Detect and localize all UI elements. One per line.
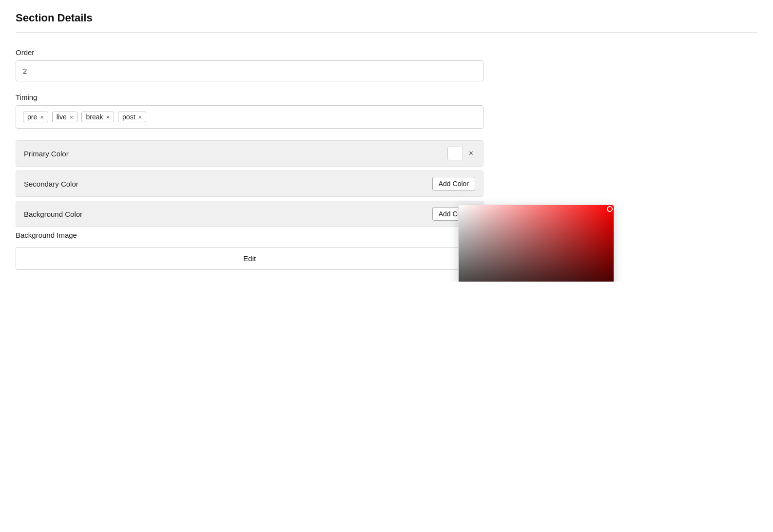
tag-live-label: live: [57, 113, 67, 121]
tag-break: break ×: [81, 112, 114, 122]
primary-color-swatch[interactable]: [447, 147, 463, 160]
color-picker-popup: Hex R G B: [458, 205, 614, 282]
secondary-color-row: Secondary Color Add Color: [16, 171, 483, 197]
primary-color-row: Primary Color ×: [16, 140, 483, 167]
edit-button[interactable]: Edit: [16, 247, 483, 270]
secondary-add-color-button[interactable]: Add Color: [432, 177, 475, 190]
tag-pre: pre ×: [23, 112, 48, 122]
gradient-dark-layer: [459, 205, 614, 282]
timing-field-group: Timing pre × live × break × post ×: [16, 93, 483, 129]
form-section: Order Timing pre × live × break ×: [16, 48, 483, 270]
tag-live-remove[interactable]: ×: [70, 114, 74, 120]
tag-post-remove[interactable]: ×: [138, 114, 142, 120]
tag-pre-remove[interactable]: ×: [40, 114, 44, 120]
secondary-color-label: Secondary Color: [24, 180, 78, 188]
page-container: Section Details Order Timing pre × live …: [0, 0, 773, 282]
tag-pre-label: pre: [27, 113, 37, 121]
primary-color-right: ×: [447, 147, 475, 160]
tag-break-label: break: [86, 113, 103, 121]
timing-label: Timing: [16, 93, 483, 101]
order-field-group: Order: [16, 48, 483, 81]
primary-color-remove-button[interactable]: ×: [467, 149, 475, 158]
tag-break-remove[interactable]: ×: [106, 114, 110, 120]
edit-button-container: Edit: [16, 247, 483, 270]
tag-live: live ×: [52, 112, 78, 122]
background-color-row: Background Color Add Color: [16, 201, 483, 227]
gradient-background: [459, 205, 614, 282]
primary-color-label: Primary Color: [24, 150, 69, 158]
order-input[interactable]: [16, 60, 483, 81]
background-color-label: Background Color: [24, 210, 82, 218]
tag-post-label: post: [122, 113, 135, 121]
section-divider: [16, 32, 757, 33]
background-image-label: Background Image: [16, 231, 483, 239]
timing-tags-input[interactable]: pre × live × break × post ×: [16, 105, 483, 129]
color-gradient-canvas[interactable]: [459, 205, 614, 282]
tag-post: post ×: [118, 112, 146, 122]
secondary-color-right: Add Color: [432, 177, 475, 190]
order-label: Order: [16, 48, 483, 57]
page-title: Section Details: [16, 12, 757, 24]
